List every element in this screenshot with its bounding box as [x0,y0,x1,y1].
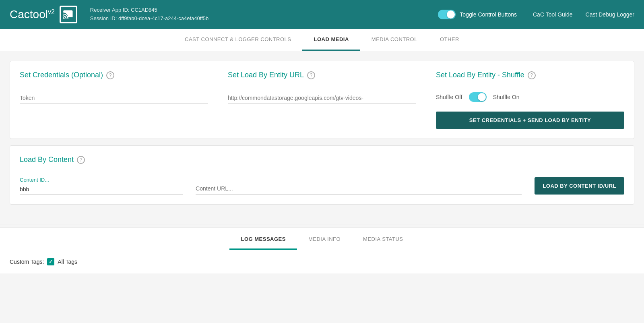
load-by-content-panel: Load By Content ? Content ID... bbb LOAD… [10,145,634,205]
toggle-control-area: Toggle Control Buttons [438,10,517,19]
entity-shuffle-title-text: Set Load By Entity - Shuffle [436,71,524,79]
tab-media-info[interactable]: MEDIA INFO [297,230,352,250]
content-url-input[interactable] [196,183,522,195]
tab-other[interactable]: OTHER [429,29,471,51]
load-by-content-title: Load By Content ? [20,155,624,164]
credentials-help-icon[interactable]: ? [106,71,114,79]
cac-tool-guide-link[interactable]: CaC Tool Guide [533,11,573,18]
entity-shuffle-help-icon[interactable]: ? [528,71,536,79]
top-tabs-bar: CAST CONNECT & LOGGER CONTROLS LOAD MEDI… [0,29,644,51]
custom-tags-row: Custom Tags: All Tags [10,258,634,265]
set-credentials-send-load-button[interactable]: SET CREDENTIALS + SEND LOAD BY ENTITY [436,112,624,129]
session-line: Session ID: dff9fab0-dcea-4c17-a244-ca4e… [90,14,438,23]
main-content: Set Credentials (Optional) ? Set Load By… [0,51,644,224]
toggle-control-buttons-switch[interactable] [438,10,456,19]
entity-url-panel: Set Load By Entity URL ? [218,61,426,139]
tab-log-messages[interactable]: LOG MESSAGES [229,230,297,250]
all-tags-checkbox[interactable] [47,258,54,265]
credentials-panel: Set Credentials (Optional) ? [10,61,218,139]
entity-url-help-icon[interactable]: ? [307,71,315,79]
shuffle-row: Shuffle Off Shuffle On [436,92,624,102]
content-id-label: Content ID... [20,177,183,183]
entity-shuffle-panel: Set Load By Entity - Shuffle ? Shuffle O… [426,61,634,139]
logo-area: Cactoolv2 [10,6,77,23]
receiver-app-line: Receiver App ID: CC1AD845 [90,6,438,14]
logo-name: Cactool [10,8,48,21]
load-by-content-title-text: Load By Content [20,155,74,164]
all-tags-label: All Tags [58,259,77,265]
load-content-inputs: Content ID... bbb LOAD BY CONTENT ID/URL [20,177,624,195]
entity-url-title: Set Load By Entity URL ? [228,71,416,79]
content-id-group: Content ID... bbb [20,177,183,195]
credentials-title-text: Set Credentials (Optional) [20,71,103,79]
header-nav: CaC Tool Guide Cast Debug Logger [533,11,634,18]
entity-url-input[interactable] [228,92,416,104]
tab-load-media[interactable]: LOAD MEDIA [302,29,360,51]
bottom-tabs-bar: LOG MESSAGES MEDIA INFO MEDIA STATUS [0,228,644,250]
top-panels: Set Credentials (Optional) ? Set Load By… [10,61,634,139]
entity-url-title-text: Set Load By Entity URL [228,71,304,79]
shuffle-off-label: Shuffle Off [436,94,462,100]
separator [0,224,644,224]
shuffle-toggle[interactable] [469,92,487,102]
load-by-content-button[interactable]: LOAD BY CONTENT ID/URL [535,177,624,195]
cast-svg-icon [63,9,74,20]
shuffle-on-label: Shuffle On [493,94,520,100]
session-label: Session ID: [90,15,117,21]
token-input[interactable] [20,92,208,104]
content-url-group [196,183,522,195]
receiver-app-id: CC1AD845 [131,7,157,13]
cast-debug-logger-link[interactable]: Cast Debug Logger [586,11,634,18]
content-id-value: bbb [20,184,183,195]
credentials-title: Set Credentials (Optional) ? [20,71,208,79]
toggle-control-label: Toggle Control Buttons [460,11,517,18]
tab-media-control[interactable]: MEDIA CONTROL [360,29,429,51]
app-header: Cactoolv2 Receiver App ID: CC1AD845 Sess… [0,0,644,29]
bottom-section: LOG MESSAGES MEDIA INFO MEDIA STATUS Cus… [0,228,644,273]
logo-version: v2 [48,8,55,15]
session-id: dff9fab0-dcea-4c17-a244-ca4efa40ff5b [118,15,208,21]
custom-tags-label: Custom Tags: [10,259,44,265]
cast-icon [60,6,77,23]
header-info: Receiver App ID: CC1AD845 Session ID: df… [90,6,438,23]
load-by-content-help-icon[interactable]: ? [77,156,85,164]
entity-shuffle-title: Set Load By Entity - Shuffle ? [436,71,624,79]
tab-media-status[interactable]: MEDIA STATUS [352,230,414,250]
receiver-app-label: Receiver App ID: [90,7,130,13]
logo-text: Cactoolv2 [10,8,55,21]
tab-cast-connect[interactable]: CAST CONNECT & LOGGER CONTROLS [173,29,302,51]
log-content: Custom Tags: All Tags [0,250,644,273]
